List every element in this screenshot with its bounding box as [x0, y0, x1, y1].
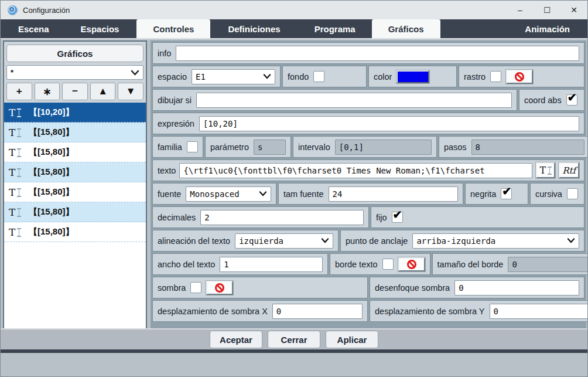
- text-cursor-icon: T: [9, 127, 25, 138]
- list-item[interactable]: T 【[15,80]】: [4, 182, 146, 202]
- decimales-input[interactable]: [200, 210, 364, 225]
- list-item[interactable]: T 【[15,80]】: [4, 222, 146, 242]
- espacio-label: espacio: [158, 72, 187, 81]
- fuente-select[interactable]: Monospaced: [186, 186, 271, 202]
- tab-programa[interactable]: Programa: [305, 19, 365, 38]
- configuracion-window: Configuración – ☐ ✕ Escena Espacios Cont…: [0, 0, 588, 377]
- desenfoque-input[interactable]: [454, 280, 579, 296]
- fondo-label: fondo: [288, 72, 309, 81]
- chevron-down-icon: [321, 238, 329, 243]
- close-button[interactable]: ✕: [560, 1, 587, 19]
- sombra-checkbox[interactable]: ✔: [190, 282, 201, 293]
- anclaje-select[interactable]: arriba-izquierda: [412, 233, 579, 249]
- anclaje-label: punto de anclaje: [346, 236, 408, 246]
- info-label: info: [158, 49, 171, 58]
- graphics-filter-value: *: [11, 68, 131, 77]
- remove-button[interactable]: −: [62, 83, 88, 100]
- rastro-label: rastro: [464, 72, 486, 81]
- coord-abs-checkbox[interactable]: ✔: [566, 94, 577, 106]
- borde-texto-checkbox[interactable]: ✔: [382, 259, 394, 270]
- cursiva-checkbox[interactable]: ✔: [567, 188, 578, 199]
- graphics-list: T 【[10,20]】 T 【[15,80]】 T 【[15,80]】 T 【[…: [4, 103, 146, 348]
- sombra-no-color-button[interactable]: [206, 281, 233, 295]
- ancho-texto-label: ancho del texto: [158, 260, 215, 269]
- decimales-label: decimales: [158, 213, 196, 222]
- desp-y-label: desplazamiento de sombra Y: [375, 307, 485, 316]
- chevron-down-icon: [263, 74, 271, 79]
- rastro-no-color-button[interactable]: [506, 70, 533, 84]
- desp-y-input[interactable]: [490, 304, 588, 319]
- move-down-button[interactable]: ▼: [118, 83, 143, 100]
- add-button[interactable]: +: [6, 83, 32, 100]
- negrita-checkbox[interactable]: ✔: [501, 188, 512, 199]
- expresion-label: expresión: [158, 119, 194, 128]
- graphics-panel: Gráficos * + ∗ − ▲ ▼ T: [3, 40, 147, 349]
- graphics-filter-select[interactable]: *: [6, 65, 143, 80]
- tab-espacios[interactable]: Espacios: [71, 19, 129, 38]
- parametro-label: parámetro: [210, 142, 249, 152]
- negrita-label: negrita: [470, 189, 496, 199]
- intervalo-label: intervalo: [298, 142, 330, 152]
- espacio-select[interactable]: E1: [192, 69, 275, 84]
- cerrar-button[interactable]: Cerrar: [268, 331, 320, 348]
- list-item[interactable]: T 【[15,80]】: [4, 142, 146, 162]
- text-cursor-icon: T: [9, 187, 25, 198]
- fuente-label: fuente: [158, 189, 181, 199]
- aplicar-button[interactable]: Aplicar: [326, 331, 378, 348]
- expresion-input[interactable]: [199, 116, 579, 131]
- rtf-text-button[interactable]: Rtf: [559, 162, 579, 178]
- minimize-button[interactable]: –: [507, 1, 534, 19]
- plain-text-button[interactable]: T: [536, 162, 555, 178]
- list-item[interactable]: T 【[15,80]】: [4, 123, 146, 142]
- text-cursor-icon: T: [9, 147, 25, 158]
- desp-x-input[interactable]: [272, 304, 363, 319]
- rastro-checkbox[interactable]: ✔: [490, 71, 501, 82]
- info-input[interactable]: [176, 46, 579, 61]
- tab-escena[interactable]: Escena: [9, 19, 59, 38]
- pasos-input: [471, 140, 584, 155]
- move-up-button[interactable]: ▲: [90, 83, 116, 100]
- prohibition-icon: [215, 283, 224, 293]
- sombra-label: sombra: [158, 283, 186, 293]
- title-bar: Configuración – ☐ ✕: [1, 1, 587, 19]
- tamano-borde-input: [508, 257, 588, 272]
- list-item[interactable]: T 【[15,80]】: [4, 202, 146, 222]
- ancho-texto-input[interactable]: [220, 257, 323, 272]
- asterisk-button[interactable]: ∗: [35, 83, 60, 100]
- tam-fuente-input[interactable]: [329, 186, 458, 202]
- tab-bar: Escena Espacios Controles Definiciones P…: [1, 19, 587, 39]
- pasos-label: pasos: [444, 142, 467, 152]
- tam-fuente-label: tam fuente: [283, 189, 324, 199]
- dibujar-si-input[interactable]: [196, 93, 512, 108]
- graphics-toolbar: + ∗ − ▲ ▼: [6, 83, 143, 100]
- dibujar-si-label: dibujar si: [158, 96, 192, 105]
- fijo-checkbox[interactable]: ✔: [392, 212, 403, 223]
- properties-panel: info espacio E1 fondo ✔: [151, 40, 586, 352]
- chevron-down-icon: [131, 70, 139, 76]
- text-cursor-icon: T: [9, 227, 25, 237]
- text-cursor-icon: [548, 167, 552, 175]
- list-item[interactable]: T 【[15,80]】: [4, 162, 146, 182]
- aceptar-button[interactable]: Aceptar: [210, 331, 262, 348]
- tab-definiciones[interactable]: Definiciones: [218, 19, 289, 38]
- text-cursor-icon: T: [9, 167, 25, 178]
- borde-texto-no-color-button[interactable]: [398, 257, 425, 271]
- color-swatch[interactable]: [396, 70, 429, 83]
- prohibition-icon: [515, 72, 524, 81]
- tab-animacion[interactable]: Animación: [515, 19, 579, 38]
- fijo-label: fijo: [376, 213, 387, 222]
- tab-graficos[interactable]: Gráficos: [372, 19, 440, 38]
- list-item[interactable]: T 【[10,20]】: [4, 103, 146, 123]
- tab-controles[interactable]: Controles: [136, 19, 210, 38]
- intervalo-input: [335, 140, 432, 155]
- texto-input[interactable]: [179, 163, 532, 178]
- text-cursor-icon: T: [9, 207, 25, 218]
- desp-x-label: desplazamiento de sombra X: [158, 307, 268, 316]
- chevron-down-icon: [259, 191, 267, 196]
- prohibition-icon: [407, 260, 416, 269]
- alineacion-select[interactable]: izquierda: [235, 233, 333, 249]
- window-title: Configuración: [23, 6, 70, 15]
- fondo-checkbox[interactable]: ✔: [313, 71, 324, 82]
- maximize-button[interactable]: ☐: [534, 1, 560, 19]
- familia-checkbox[interactable]: ✔: [187, 141, 198, 152]
